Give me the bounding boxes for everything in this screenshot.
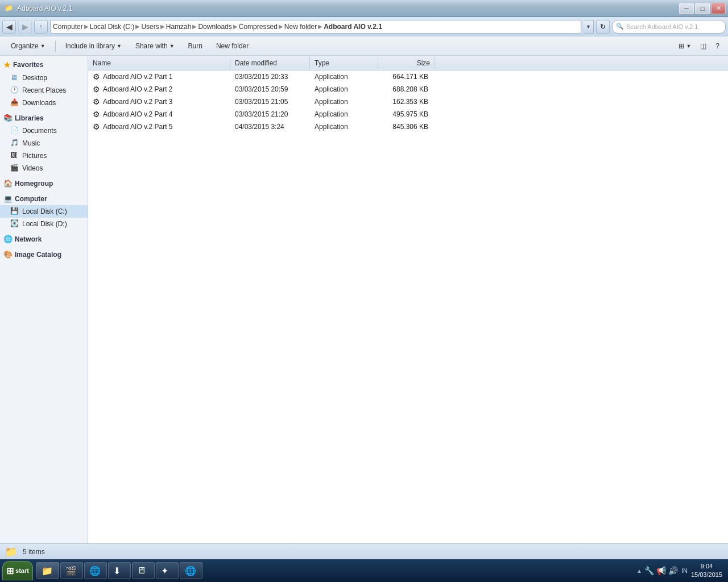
sidebar-item-downloads[interactable]: 📥 Downloads bbox=[0, 97, 88, 109]
minimize-button[interactable]: ─ bbox=[679, 3, 694, 14]
start-button[interactable]: ⊞ start bbox=[2, 561, 33, 580]
search-box[interactable]: 🔍 Search Adboard AIO v.2.1 bbox=[612, 20, 726, 34]
file-icon: ⚙ bbox=[93, 122, 100, 131]
file-type-cell: Application bbox=[310, 97, 378, 107]
taskbar-item-utorrent[interactable]: ⬇ bbox=[108, 562, 131, 579]
table-row[interactable]: ⚙ Adboard AIO v.2 Part 4 03/03/2015 21:2… bbox=[88, 108, 728, 120]
libraries-label: Libraries bbox=[15, 114, 44, 122]
start-label: start bbox=[15, 567, 29, 574]
recent-places-label: Recent Places bbox=[22, 86, 66, 94]
start-orb-icon: ⊞ bbox=[6, 566, 14, 576]
path-hamzah[interactable]: Hamzah bbox=[166, 23, 192, 31]
sidebar-item-recent-places[interactable]: 🕐 Recent Places bbox=[0, 84, 88, 97]
computer-icon: 💻 bbox=[3, 194, 13, 203]
app2-icon: ✦ bbox=[161, 566, 168, 576]
tray-expand-icon[interactable]: ▲ bbox=[636, 568, 642, 574]
favorites-label: Favorites bbox=[13, 61, 43, 69]
back-button[interactable]: ◀ bbox=[2, 20, 16, 34]
window-icon: 📁 bbox=[5, 4, 14, 13]
main-content: ★ Favorites 🖥 Desktop 🕐 Recent Places 📥 … bbox=[0, 56, 728, 543]
taskbar-item-app2[interactable]: ✦ bbox=[156, 562, 179, 579]
computer-header[interactable]: 💻 Computer bbox=[0, 192, 88, 205]
help-icon: ? bbox=[715, 42, 719, 50]
address-dropdown[interactable]: ▼ bbox=[584, 20, 594, 34]
tray-icon-3[interactable]: 🔊 bbox=[668, 566, 678, 575]
sidebar-item-local-d[interactable]: 💽 Local Disk (D:) bbox=[0, 218, 88, 230]
favorites-icon: ★ bbox=[3, 60, 11, 69]
up-button[interactable]: ↑ bbox=[34, 20, 48, 34]
views-button[interactable]: ⊞ ▼ bbox=[675, 39, 695, 53]
burn-button[interactable]: Burn bbox=[182, 39, 209, 53]
file-date-cell: 03/03/2015 21:20 bbox=[230, 109, 310, 119]
favorites-header[interactable]: ★ Favorites bbox=[0, 58, 88, 72]
sidebar-item-videos[interactable]: 🎬 Videos bbox=[0, 162, 88, 174]
file-name-cell: ⚙ Adboard AIO v.2 Part 1 bbox=[88, 71, 230, 82]
homegroup-icon: 🏠 bbox=[3, 179, 13, 188]
media-icon: 🎬 bbox=[65, 566, 77, 576]
path-localc[interactable]: Local Disk (C:) bbox=[90, 23, 135, 31]
language-indicator[interactable]: IN bbox=[681, 567, 688, 574]
taskbar-item-app1[interactable]: 🖥 bbox=[132, 562, 155, 579]
path-current[interactable]: Adboard AIO v.2.1 bbox=[324, 23, 382, 31]
file-list: Name Date modified Type Size ⚙ Adboard A… bbox=[88, 56, 728, 543]
taskbar-item-firefox[interactable]: 🌐 bbox=[84, 562, 107, 579]
file-size-cell: 845.306 KB bbox=[378, 122, 435, 132]
path-users[interactable]: Users bbox=[141, 23, 159, 31]
sidebar-item-pictures[interactable]: 🖼 Pictures bbox=[0, 149, 88, 162]
col-header-name[interactable]: Name bbox=[88, 57, 230, 69]
close-button[interactable]: ✕ bbox=[711, 3, 726, 14]
refresh-button[interactable]: ↻ bbox=[596, 20, 610, 34]
taskbar-item-app3[interactable]: 🌐 bbox=[180, 562, 202, 579]
table-row[interactable]: ⚙ Adboard AIO v.2 Part 2 03/03/2015 20:5… bbox=[88, 83, 728, 95]
forward-button[interactable]: ▶ bbox=[18, 20, 32, 34]
local-d-label: Local Disk (D:) bbox=[22, 220, 67, 228]
file-date-cell: 03/03/2015 21:05 bbox=[230, 97, 310, 107]
taskbar-item-media[interactable]: 🎬 bbox=[60, 562, 83, 579]
share-with-button[interactable]: Share with ▼ bbox=[129, 39, 181, 53]
col-header-size[interactable]: Size bbox=[378, 57, 435, 69]
sidebar-item-music[interactable]: 🎵 Music bbox=[0, 137, 88, 149]
sidebar-item-desktop[interactable]: 🖥 Desktop bbox=[0, 72, 88, 84]
new-folder-button[interactable]: New folder bbox=[210, 39, 255, 53]
file-name: Adboard AIO v.2 Part 1 bbox=[103, 73, 173, 81]
downloads-icon: 📥 bbox=[10, 98, 19, 107]
table-row[interactable]: ⚙ Adboard AIO v.2 Part 3 03/03/2015 21:0… bbox=[88, 95, 728, 108]
sidebar-item-documents[interactable]: 📄 Documents bbox=[0, 124, 88, 137]
file-name: Adboard AIO v.2 Part 3 bbox=[103, 98, 173, 106]
network-header[interactable]: 🌐 Network bbox=[0, 232, 88, 246]
col-header-date[interactable]: Date modified bbox=[230, 57, 310, 69]
include-in-library-button[interactable]: Include in library ▼ bbox=[59, 39, 128, 53]
app3-icon: 🌐 bbox=[185, 566, 196, 576]
path-newfolder[interactable]: New folder bbox=[284, 23, 317, 31]
music-icon: 🎵 bbox=[10, 139, 19, 148]
file-type-cell: Application bbox=[310, 84, 378, 94]
tray-icon-1[interactable]: 🔧 bbox=[644, 566, 654, 575]
file-size-cell: 688.208 KB bbox=[378, 84, 435, 94]
path-downloads[interactable]: Downloads bbox=[198, 23, 231, 31]
downloads-label: Downloads bbox=[22, 99, 56, 107]
table-row[interactable]: ⚙ Adboard AIO v.2 Part 5 04/03/2015 3:24… bbox=[88, 120, 728, 133]
desktop-icon: 🖥 bbox=[10, 73, 19, 82]
tray-icon-2[interactable]: 📢 bbox=[656, 566, 666, 575]
help-button[interactable]: ? bbox=[712, 39, 723, 53]
maximize-button[interactable]: □ bbox=[695, 3, 710, 14]
image-catalog-header[interactable]: 🎨 Image Catalog bbox=[0, 248, 88, 261]
address-path[interactable]: Computer ▶ Local Disk (C:) ▶ Users ▶ Ham… bbox=[50, 20, 581, 34]
homegroup-header[interactable]: 🏠 Homegroup bbox=[0, 177, 88, 190]
pictures-label: Pictures bbox=[22, 152, 47, 160]
homegroup-label: Homegroup bbox=[15, 180, 53, 188]
taskbar-item-explorer[interactable]: 📁 bbox=[36, 562, 59, 579]
window-controls: ─ □ ✕ bbox=[679, 3, 726, 14]
col-header-type[interactable]: Type bbox=[310, 57, 378, 69]
table-row[interactable]: ⚙ Adboard AIO v.2 Part 1 03/03/2015 20:3… bbox=[88, 70, 728, 83]
organize-button[interactable]: Organize ▼ bbox=[5, 39, 52, 53]
desktop-label: Desktop bbox=[22, 74, 47, 82]
status-bar: 📁 5 items bbox=[0, 543, 728, 559]
firefox-icon: 🌐 bbox=[89, 566, 101, 576]
sidebar-item-local-c[interactable]: 💾 Local Disk (C:) bbox=[0, 205, 88, 218]
libraries-header[interactable]: 📚 Libraries bbox=[0, 111, 88, 124]
path-computer[interactable]: Computer bbox=[53, 23, 83, 31]
path-compressed[interactable]: Compressed bbox=[239, 23, 278, 31]
videos-icon: 🎬 bbox=[10, 164, 19, 173]
preview-button[interactable]: ◫ bbox=[696, 39, 710, 53]
